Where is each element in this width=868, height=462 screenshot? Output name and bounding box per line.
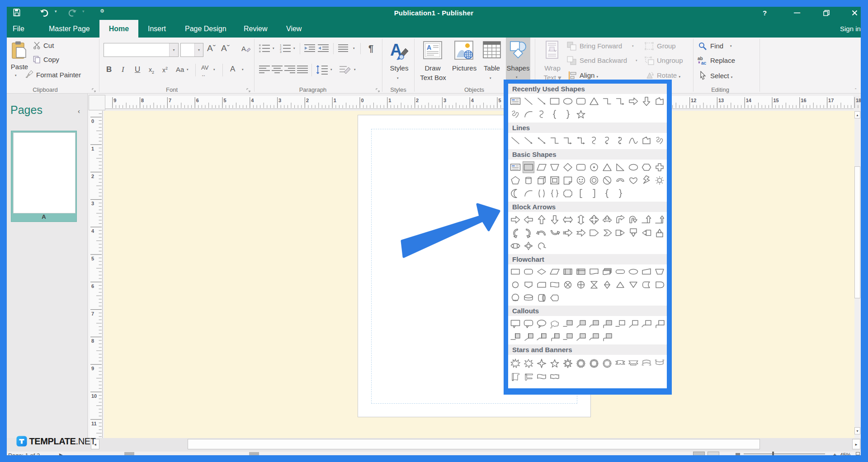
svg-text:0: 0 bbox=[361, 98, 364, 103]
svg-text:2: 2 bbox=[91, 174, 94, 179]
svg-text:14: 14 bbox=[746, 98, 752, 103]
svg-text:0: 0 bbox=[91, 118, 94, 124]
svg-text:15: 15 bbox=[774, 98, 779, 103]
svg-text:3: 3 bbox=[278, 98, 281, 103]
svg-text:9: 9 bbox=[91, 366, 94, 371]
svg-text:7: 7 bbox=[169, 98, 171, 103]
svg-text:2: 2 bbox=[280, 47, 282, 50]
svg-text:5: 5 bbox=[91, 256, 94, 261]
svg-text:18: 18 bbox=[856, 98, 861, 103]
svg-text:12: 12 bbox=[691, 98, 696, 103]
svg-text:7: 7 bbox=[91, 311, 94, 316]
svg-text:1: 1 bbox=[91, 146, 94, 151]
svg-text:8: 8 bbox=[141, 98, 144, 103]
svg-text:3: 3 bbox=[91, 201, 94, 206]
svg-text:4: 4 bbox=[251, 98, 254, 103]
svg-text:1: 1 bbox=[388, 98, 391, 103]
svg-text:A: A bbox=[241, 45, 246, 52]
svg-text:6: 6 bbox=[196, 98, 199, 103]
svg-text:A: A bbox=[427, 44, 431, 51]
svg-text:9: 9 bbox=[113, 98, 116, 103]
svg-text:5: 5 bbox=[224, 98, 226, 103]
svg-text:17: 17 bbox=[828, 98, 834, 103]
svg-text:4: 4 bbox=[471, 98, 474, 103]
svg-text:13: 13 bbox=[718, 98, 724, 103]
svg-text:8: 8 bbox=[91, 338, 94, 344]
svg-text:2: 2 bbox=[306, 98, 309, 103]
svg-text:10: 10 bbox=[91, 393, 97, 399]
svg-text:2: 2 bbox=[416, 98, 419, 103]
svg-text:4: 4 bbox=[91, 228, 94, 234]
svg-text:3: 3 bbox=[443, 98, 446, 103]
svg-text:1: 1 bbox=[334, 98, 336, 103]
svg-text:6: 6 bbox=[91, 283, 94, 289]
svg-text:16: 16 bbox=[801, 98, 806, 103]
svg-text:11: 11 bbox=[91, 421, 97, 426]
svg-text:5: 5 bbox=[499, 98, 501, 103]
svg-text:3: 3 bbox=[280, 50, 282, 53]
svg-text:ac: ac bbox=[701, 61, 707, 65]
svg-text:1: 1 bbox=[280, 44, 282, 47]
